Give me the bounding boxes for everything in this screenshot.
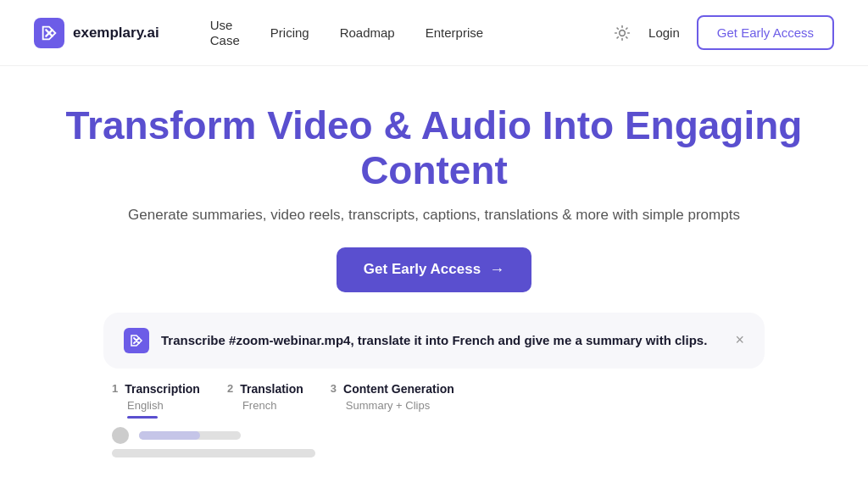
svg-line-7 [617,36,618,37]
nav-link-use-case[interactable]: Use Case [210,18,240,48]
hero-subtitle: Generate summaries, video reels, transcr… [128,207,740,224]
step-1-num: 1 [112,382,118,395]
step-1-title: Transcription [125,382,200,396]
nav-link-pricing[interactable]: Pricing [270,25,309,40]
nav-right: Login Get Early Access [613,15,834,50]
login-link[interactable]: Login [648,25,680,40]
step-content-gen: 3 Content Generation Summary + Clips [331,382,454,412]
demo-logo-icon [124,328,149,353]
step-2-sub: French [227,399,276,412]
progress-circle [112,427,129,444]
step-translation: 2 Translation French [227,382,303,412]
svg-line-5 [617,28,618,29]
early-access-nav-button[interactable]: Get Early Access [697,15,834,50]
step-2-title: Translation [240,382,303,396]
svg-point-0 [620,30,626,36]
step-3-num: 3 [331,382,337,395]
svg-line-8 [626,28,627,29]
hero-title: Transform Video & Audio Into Engaging Co… [53,103,815,193]
nav-link-roadmap[interactable]: Roadmap [340,25,395,40]
logo-text: exemplary.ai [73,25,159,42]
logo[interactable]: exemplary.ai [34,18,159,48]
step-transcription: 1 Transcription English [112,382,200,419]
hero-section: Transform Video & Audio Into Engaging Co… [0,66,868,474]
steps-row: 1 Transcription English 2 Translation Fr… [103,382,765,419]
nav-link-enterprise[interactable]: Enterprise [426,25,483,40]
close-icon[interactable]: × [735,331,744,349]
step-3-title: Content Generation [343,382,454,396]
theme-toggle-icon[interactable] [613,24,632,42]
early-access-hero-label: Get Early Access [364,261,481,278]
progress-bar-fill [139,431,200,440]
demo-prompt-text: Transcribe #zoom-webinar.mp4, translate … [161,333,723,347]
step-1-sub: English [112,399,164,412]
step-2-num: 2 [227,382,233,395]
arrow-right-icon: → [489,261,504,279]
early-access-hero-button[interactable]: Get Early Access → [337,247,531,292]
step-3-sub: Summary + Clips [331,399,430,412]
bottom-preview [103,427,765,458]
progress-bar-long [112,449,315,458]
logo-icon [34,18,64,48]
step-1-underline [127,416,158,419]
progress-bar-short [139,431,241,440]
svg-line-6 [626,36,627,37]
nav-links: Use Case Pricing Roadmap Enterprise [210,18,613,48]
demo-card: Transcribe #zoom-webinar.mp4, translate … [103,313,765,369]
